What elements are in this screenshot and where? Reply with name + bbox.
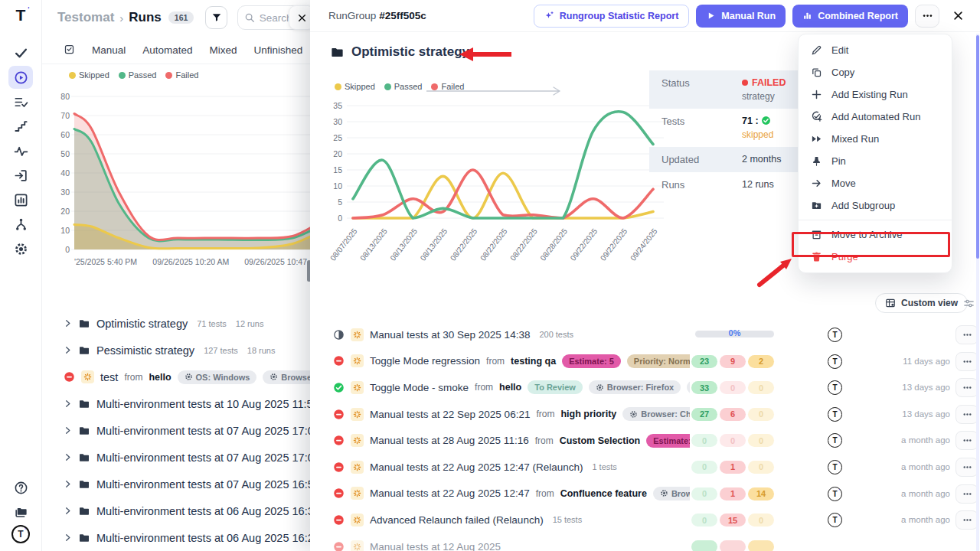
menu-item-add-automated-run[interactable]: Add Automated Run [799, 106, 952, 128]
group-title-row: Optimistic strategy [330, 44, 469, 60]
custom-view-button[interactable]: Custom view [875, 293, 968, 313]
chevron-right-icon[interactable] [64, 426, 72, 435]
close-icon [297, 13, 307, 23]
run-actions-button[interactable] [956, 484, 978, 504]
close-search-button[interactable] [289, 5, 310, 30]
view-settings-sliders-icon[interactable] [963, 298, 975, 309]
close-panel-button[interactable] [946, 5, 969, 28]
filter-button[interactable] [205, 6, 227, 29]
menu-item-mixed-run[interactable]: Mixed Run [799, 128, 952, 150]
menu-item-add-existing-run[interactable]: Add Existing Run [799, 83, 952, 106]
run-row[interactable]: Advanced Relaunch failed (Relaunch) 15 t… [310, 507, 980, 533]
failed-status-icon [333, 487, 345, 499]
milestones-nav-icon[interactable] [8, 115, 33, 138]
tree-row-multienv[interactable]: Multi-environment tests at 06 Aug 2025 1… [42, 524, 310, 551]
run-actions-button[interactable] [956, 325, 978, 344]
run-actions-button[interactable] [956, 378, 978, 397]
chevron-right-icon[interactable] [64, 346, 72, 354]
tree-row-multienv[interactable]: Multi-environment tests at 10 Aug 2025 1… [42, 390, 310, 417]
run-row[interactable]: Toggle Mode - smoke from hello To Review… [310, 374, 980, 401]
tree-row-multienv[interactable]: Multi-environment tests at 06 Aug 2025 1… [42, 497, 310, 524]
help-icon[interactable] [8, 476, 33, 499]
group-label[interactable]: Multi-environment tests at 07 Aug 2025 1… [96, 425, 310, 437]
tab-manual[interactable]: Manual [92, 44, 126, 56]
run-actions-button[interactable] [956, 458, 978, 477]
folder-icon [78, 452, 90, 464]
reports-nav-icon[interactable] [8, 188, 33, 211]
manual-run-button[interactable]: Manual Run [696, 5, 786, 28]
run-row[interactable]: Manual tests at 28 Aug 2025 11:16 from C… [310, 427, 980, 454]
chevron-right-icon[interactable] [64, 533, 72, 542]
menu-item-pin[interactable]: Pin [799, 150, 952, 172]
run-label[interactable]: test [100, 371, 118, 383]
analytics-nav-icon[interactable] [8, 139, 33, 162]
ellipsis-icon [962, 515, 972, 525]
run-row-partial[interactable]: Manual tests at 12 Aug 2025 [310, 533, 980, 551]
tab-mixed[interactable]: Mixed [210, 44, 237, 56]
tree-row-multienv[interactable]: Multi-environment tests at 07 Aug 2025 1… [42, 417, 310, 444]
group-label[interactable]: Multi-environment tests at 10 Aug 2025 1… [96, 398, 310, 410]
run-title[interactable]: Manual tests at 12 Aug 2025 [370, 541, 501, 551]
chevron-right-icon[interactable] [64, 480, 72, 488]
os-badge: OS: Windows [178, 370, 257, 384]
branches-nav-icon[interactable] [8, 213, 33, 236]
run-row[interactable]: Manual tests at 22 Sep 2025 06:21 from h… [310, 401, 980, 428]
group-label[interactable]: Optimistic strategy [96, 318, 188, 330]
run-actions-button[interactable] [956, 352, 978, 371]
group-label[interactable]: Multi-environment tests at 07 Aug 2025 1… [96, 452, 310, 464]
projects-folders-icon[interactable] [8, 500, 33, 523]
more-actions-button[interactable] [915, 5, 939, 28]
settings-gear-icon[interactable] [8, 237, 33, 260]
group-label[interactable]: Multi-environment tests at 06 Aug 2025 1… [96, 532, 310, 544]
run-title[interactable]: Manual tests at 30 Sep 2025 14:38 [370, 329, 530, 341]
tree-row-multienv[interactable]: Multi-environment tests at 07 Aug 2025 1… [42, 471, 310, 497]
run-row[interactable]: Toggle Mode regression from testing qa E… [310, 348, 980, 375]
run-actions-button[interactable] [956, 431, 978, 450]
group-label[interactable]: Pessimistic strategy [96, 344, 194, 357]
run-row[interactable]: Manual tests at 22 Aug 2025 12:47 (Relau… [310, 454, 980, 481]
run-title[interactable]: Advanced Relaunch failed (Relaunch) [370, 514, 544, 526]
rungroup-title: RunGroup#25ff505c [328, 10, 426, 21]
svg-text:08/13/2025: 08/13/2025 [419, 227, 449, 262]
tree-row-test[interactable]: test from hello OS: Windows Browser: Chr… [42, 364, 310, 390]
chevron-right-icon[interactable] [64, 319, 72, 328]
chevron-right-icon[interactable] [64, 399, 72, 408]
tab-automated[interactable]: Automated [142, 44, 192, 56]
run-title[interactable]: Manual tests at 22 Aug 2025 12:47 [370, 487, 530, 499]
menu-item-purge[interactable]: Purge [799, 246, 952, 268]
breadcrumb-app[interactable]: Testomat [57, 10, 114, 25]
chevron-right-icon[interactable] [64, 453, 72, 461]
rungroup-statistic-report-button[interactable]: Rungroup Statistic Report [534, 5, 690, 28]
project-logo-badge[interactable]: T' [11, 525, 30, 543]
menu-item-copy[interactable]: Copy [799, 61, 952, 83]
tests-nav-icon[interactable] [8, 41, 33, 64]
tree-row-multienv[interactable]: Multi-environment tests at 07 Aug 2025 1… [42, 444, 310, 471]
run-title[interactable]: Manual tests at 22 Aug 2025 12:47 (Relau… [370, 461, 583, 473]
runs-nav-icon[interactable] [8, 66, 33, 89]
group-label[interactable]: Multi-environment tests at 06 Aug 2025 1… [96, 505, 310, 517]
combined-report-button[interactable]: Combined Report [792, 5, 908, 28]
tab-unfinished[interactable]: Unfinished [254, 44, 303, 56]
tree-row-optimistic[interactable]: Optimistic strategy 71 tests 12 runs [42, 310, 310, 337]
run-title[interactable]: Toggle Mode regression [370, 355, 480, 367]
chevron-right-icon[interactable] [64, 507, 72, 515]
run-groups-tree: Optimistic strategy 71 tests 12 runs Pes… [42, 310, 310, 551]
run-row[interactable]: Manual tests at 30 Sep 2025 14:38 200 te… [310, 321, 980, 348]
run-actions-button[interactable] [956, 510, 978, 530]
run-title[interactable]: Toggle Mode - smoke [370, 382, 469, 393]
menu-item-edit[interactable]: Edit [799, 39, 952, 61]
run-title[interactable]: Manual tests at 28 Aug 2025 11:16 [370, 435, 529, 446]
run-row[interactable]: Manual tests at 22 Aug 2025 12:47 from C… [310, 481, 980, 507]
tree-row-pessimistic[interactable]: Pessimistic strategy 127 tests 18 runs [42, 337, 310, 364]
menu-item-move-to-archive[interactable]: Move to Archive [799, 223, 952, 246]
run-title[interactable]: Manual tests at 22 Sep 2025 06:21 [370, 409, 530, 420]
plans-nav-icon[interactable] [8, 90, 33, 113]
import-nav-icon[interactable] [8, 164, 33, 187]
menu-item-add-subgroup[interactable]: Add Subgroup [799, 194, 952, 217]
group-label[interactable]: Multi-environment tests at 07 Aug 2025 1… [96, 478, 310, 491]
app-logo[interactable]: T' [16, 6, 26, 24]
modal-scrollbar-thumb[interactable] [976, 35, 979, 259]
menu-item-move[interactable]: Move [799, 172, 952, 194]
select-all-icon[interactable] [64, 44, 75, 57]
run-actions-button[interactable] [956, 405, 978, 424]
